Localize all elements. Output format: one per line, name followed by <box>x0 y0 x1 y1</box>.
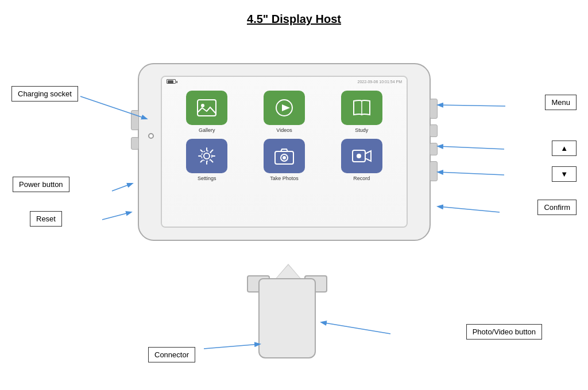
left-buttons <box>131 110 139 150</box>
svg-marker-3 <box>282 104 290 111</box>
app-grid: Gallery Videos <box>162 86 407 187</box>
status-bar: 2022-09-06 10:01:54 PM <box>162 77 407 86</box>
app-settings[interactable]: Settings <box>171 139 243 181</box>
confirm-arrow <box>438 206 500 212</box>
diagram-container: 4.5" Display Host 2022-09-06 10:01:54 PM <box>0 0 588 390</box>
stand-triangle-inner <box>276 265 301 279</box>
svg-point-6 <box>202 151 212 161</box>
up-button-label: ▲ <box>552 141 577 156</box>
device-screen: 2022-09-06 10:01:54 PM Gallery <box>161 76 408 228</box>
reset-label: Reset <box>30 211 62 227</box>
reset-arrow <box>102 212 131 220</box>
page-title: 4.5" Display Host <box>247 13 341 26</box>
svg-marker-11 <box>365 151 371 161</box>
connector-arrow <box>204 344 260 349</box>
videos-label: Videos <box>276 127 292 133</box>
gallery-icon <box>196 98 217 118</box>
photo-video-label: Photo/Video button <box>466 324 542 340</box>
gallery-label: Gallery <box>199 127 215 133</box>
down-button-label: ▼ <box>552 166 577 182</box>
app-videos[interactable]: Videos <box>249 91 320 133</box>
app-study[interactable]: Study <box>326 91 397 133</box>
svg-point-9 <box>283 156 286 159</box>
menu-arrow <box>438 105 505 106</box>
svg-point-1 <box>201 104 204 107</box>
settings-label: Settings <box>198 176 216 181</box>
app-gallery[interactable]: Gallery <box>171 91 243 133</box>
down-arrow <box>438 172 504 175</box>
power-button-physical[interactable] <box>131 110 139 130</box>
down-button-physical[interactable] <box>430 143 438 155</box>
power-button-arrow <box>112 184 132 191</box>
camera-icon <box>274 146 295 166</box>
power-button-label: Power button <box>13 177 69 192</box>
status-time: 2022-09-06 10:01:54 PM <box>358 80 402 84</box>
device-body: 2022-09-06 10:01:54 PM Gallery <box>138 63 431 241</box>
menu-button-physical[interactable] <box>430 99 438 119</box>
book-icon <box>351 98 372 118</box>
charging-socket-port <box>148 133 154 139</box>
svg-point-12 <box>357 154 361 158</box>
right-buttons <box>430 99 438 181</box>
connector-body <box>258 278 316 358</box>
reset-button-physical[interactable] <box>131 137 139 150</box>
charging-socket-label: Charging socket <box>11 86 78 102</box>
confirm-button-physical[interactable] <box>430 161 438 181</box>
up-button-physical[interactable] <box>430 124 438 137</box>
app-take-photos[interactable]: Take Photos <box>249 139 320 181</box>
video-icon <box>274 98 295 118</box>
photo-video-arrow <box>322 322 390 334</box>
study-label: Study <box>355 127 368 133</box>
menu-label: Menu <box>545 95 577 110</box>
record-icon <box>351 146 372 166</box>
take-photos-label: Take Photos <box>270 176 299 181</box>
battery-icon <box>167 79 176 84</box>
connector-label: Connector <box>148 347 195 362</box>
confirm-label: Confirm <box>537 200 577 215</box>
svg-point-5 <box>204 153 210 159</box>
settings-icon <box>196 146 217 166</box>
app-record[interactable]: Record <box>326 139 397 181</box>
up-arrow <box>438 146 504 149</box>
svg-rect-0 <box>198 100 216 116</box>
record-label: Record <box>353 176 370 181</box>
